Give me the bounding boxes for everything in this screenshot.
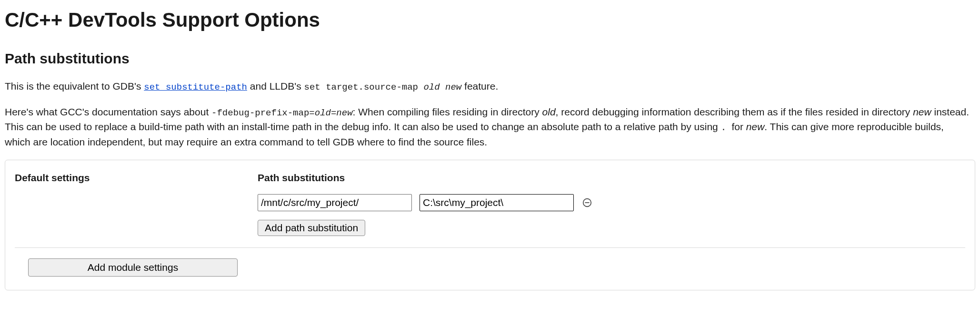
lldb-new: new [445,82,461,93]
divider [15,247,965,248]
doc-after-flag: : When compiling files residing in direc… [353,106,542,117]
intro-paragraph: This is the equivalent to GDB's set subs… [5,79,971,94]
doc-dot: . [721,123,732,133]
doc-dir-old: old [542,106,556,117]
flag-text: -fdebug-prefix-map= [211,108,315,118]
substitution-from-input[interactable] [258,194,412,211]
lldb-cmd-text: set target.source-map [304,82,424,93]
add-module-settings-button[interactable]: Add module settings [28,258,238,277]
section-title: Path substitutions [5,48,975,69]
fdebug-flag: -fdebug-prefix-map=old=new [211,108,352,118]
path-subs-label: Path substitutions [258,171,965,185]
doc-for-new: new [746,121,765,132]
flag-new: new [336,108,352,118]
remove-icon[interactable] [581,197,593,208]
lldb-space [440,82,445,93]
doc-paragraph: Here's what GCC's documentation says abo… [5,105,971,150]
add-path-substitution-button[interactable]: Add path substitution [258,220,365,236]
page-title: C/C++ DevTools Support Options [5,6,975,35]
flag-eq: = [331,108,336,118]
doc-after-old: , record debugging information describin… [556,106,913,117]
substitution-to-input[interactable] [420,194,574,211]
settings-row: Default settings Path substitutions Add … [15,171,965,236]
intro-suffix: feature. [461,81,498,92]
substitution-row [258,194,965,211]
intro-mid: and LLDB's [247,81,304,92]
doc-prefix: Here's what GCC's documentation says abo… [5,106,211,117]
doc-after-dot: for [731,121,746,132]
set-substitute-path-link[interactable]: set substitute-path [144,82,247,93]
lldb-old: old [423,82,440,93]
lldb-command: set target.source-map old new [304,82,462,93]
settings-panel: Default settings Path substitutions Add … [5,160,975,290]
doc-dir-new: new [913,106,931,117]
intro-prefix: This is the equivalent to GDB's [5,81,144,92]
default-settings-label: Default settings [15,171,239,185]
flag-old: old [315,108,331,118]
